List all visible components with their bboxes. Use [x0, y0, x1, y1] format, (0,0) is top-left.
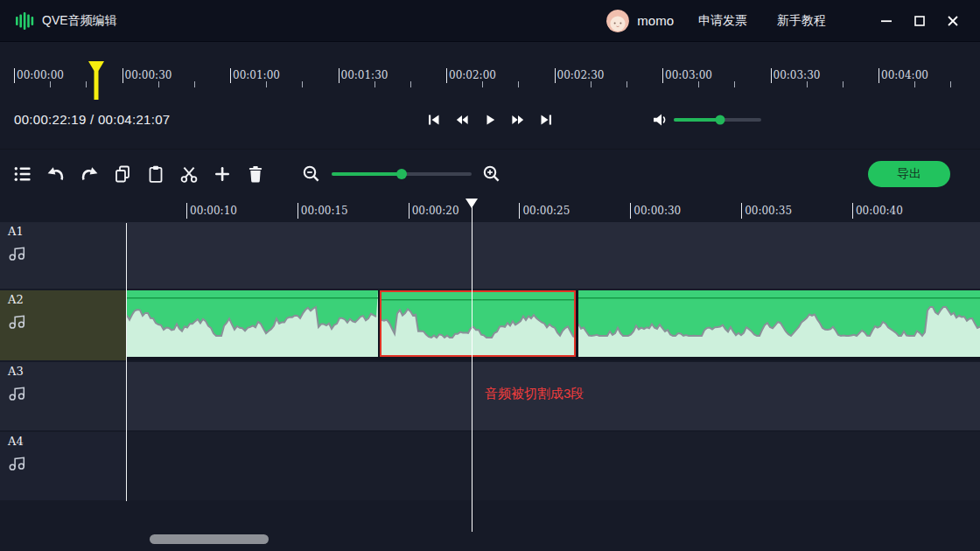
copy-icon[interactable]: [112, 164, 133, 185]
skip-end-button[interactable]: [539, 113, 553, 127]
app-title: QVE音频编辑: [42, 13, 117, 29]
ruler-tick: [662, 68, 663, 83]
ruler-minor-tick: [86, 81, 87, 87]
ruler-tick: [555, 68, 556, 83]
undo-icon[interactable]: [46, 164, 66, 185]
zoom-slider[interactable]: [332, 172, 472, 176]
track-ruler-tick: [741, 203, 742, 219]
track-row-a1: A1: [0, 222, 980, 289]
delete-icon[interactable]: [245, 164, 266, 185]
ruler-minor-tick: [194, 81, 195, 87]
track-row-a4: A4: [0, 432, 980, 500]
ruler-minor-tick: [266, 81, 267, 87]
skip-start-button[interactable]: [427, 113, 441, 127]
music-note-icon: [8, 453, 118, 476]
track-lane-a4[interactable]: [126, 432, 980, 500]
track-list-icon[interactable]: [12, 164, 33, 185]
ruler-tick: [14, 68, 15, 83]
track-label: A3: [8, 365, 118, 378]
ruler-tick: [771, 68, 772, 83]
ruler-tick: [230, 68, 231, 83]
audio-clip-segment-3[interactable]: [578, 290, 980, 357]
ruler-tick: [446, 68, 447, 83]
minimize-button[interactable]: [873, 8, 900, 34]
ruler-tick-label: 00:04:00: [881, 69, 928, 81]
track-ruler-tick: [298, 203, 298, 219]
horizontal-scrollbar[interactable]: [150, 534, 269, 544]
add-icon[interactable]: [212, 164, 233, 185]
time-display: 00:00:22:19 / 00:04:21:07: [14, 112, 171, 127]
ruler-tick-label: 00:01:30: [341, 69, 388, 81]
ruler-minor-tick: [50, 81, 51, 87]
paste-icon[interactable]: [145, 164, 166, 185]
track-area: A1 A2: [0, 222, 980, 500]
tutorial-menu-item[interactable]: 新手教程: [777, 13, 826, 29]
export-button[interactable]: 导出: [868, 161, 950, 187]
ruler-tick: [122, 68, 123, 83]
track-ruler-tick-label: 00:00:20: [412, 205, 459, 217]
ruler-minor-tick: [374, 81, 375, 87]
volume-slider-thumb[interactable]: [716, 115, 725, 125]
music-note-icon: [8, 383, 118, 406]
track-ruler-tick: [409, 203, 410, 219]
ruler-tick-label: 00:03:00: [665, 69, 712, 81]
rewind-button[interactable]: [455, 113, 469, 127]
timeline-position-marker[interactable]: [88, 61, 104, 103]
track-lane-a2[interactable]: [126, 290, 980, 360]
track-ruler-tick-label: 00:00:25: [522, 205, 570, 217]
ruler-minor-tick: [807, 81, 808, 87]
track-lane-a1[interactable]: [126, 222, 980, 289]
ruler-minor-tick: [734, 81, 735, 87]
ruler-tick-label: 00:02:30: [557, 69, 605, 81]
track-ruler-tick-label: 00:00:15: [301, 205, 348, 217]
user-avatar[interactable]: [606, 10, 629, 32]
ruler-minor-tick: [950, 81, 951, 87]
ruler-minor-tick: [410, 81, 411, 87]
username[interactable]: momo: [637, 13, 674, 28]
track-row-a3: A3 音频被切割成3段: [0, 362, 980, 430]
track-label: A2: [8, 293, 118, 306]
audio-clip-segment-1[interactable]: [127, 290, 378, 357]
main-timeline-section: 00:00:00 00:00:30 00:01:00 00:01:30 00:0…: [0, 42, 980, 150]
maximize-button[interactable]: [906, 8, 933, 34]
track-header-a4[interactable]: A4: [0, 432, 126, 500]
track-row-a2: A2: [0, 290, 980, 360]
zoom-control: [301, 164, 502, 185]
track-ruler-tick-label: 00:00:35: [745, 205, 792, 217]
redo-icon[interactable]: [79, 164, 100, 185]
volume-slider[interactable]: [674, 118, 761, 122]
ruler-tick-label: 00:00:00: [17, 69, 64, 81]
speaker-icon[interactable]: [653, 113, 668, 127]
ruler-tick-label: 00:02:00: [449, 69, 496, 81]
close-button[interactable]: [940, 8, 966, 34]
track-header-a2[interactable]: A2: [0, 290, 126, 360]
track-ruler-tick: [519, 203, 520, 219]
track-lane-a3[interactable]: 音频被切割成3段: [126, 362, 980, 430]
edit-toolbar: 导出: [0, 150, 980, 199]
ruler-minor-tick: [591, 81, 592, 87]
ruler-tick-label: 00:03:30: [774, 69, 821, 81]
fast-forward-button[interactable]: [511, 113, 525, 127]
ruler-minor-tick: [626, 81, 627, 87]
zoom-in-icon[interactable]: [481, 164, 502, 185]
track-ruler-tick: [186, 203, 187, 219]
track-label: A4: [8, 435, 118, 448]
track-ruler-tick-label: 00:00:40: [856, 205, 903, 217]
track-header-a3[interactable]: A3: [0, 362, 126, 430]
play-button[interactable]: [483, 113, 497, 127]
cut-annotation-text: 音频被切割成3段: [485, 386, 584, 402]
ruler-minor-tick: [914, 81, 915, 87]
track-header-a1[interactable]: A1: [0, 222, 126, 289]
zoom-slider-thumb[interactable]: [396, 169, 407, 179]
ruler-minor-tick: [698, 81, 699, 87]
cut-icon[interactable]: [178, 164, 200, 185]
audio-clip-segment-2[interactable]: [380, 290, 576, 357]
ruler-tick-label: 00:01:00: [233, 69, 280, 81]
track-timeline-ruler[interactable]: 00:00:10 00:00:15 00:00:20 00:00:25 00:0…: [0, 199, 980, 222]
invoice-menu-item[interactable]: 申请发票: [698, 13, 747, 29]
app-logo-waveform-icon: [14, 10, 35, 31]
total-time: 00:04:21:07: [98, 112, 171, 127]
qve-audio-editor-window: QVE音频编辑 momo 申请发票 新手教程 00:00:00: [0, 0, 980, 551]
track-ruler-tick-label: 00:00:30: [634, 205, 681, 217]
zoom-out-icon[interactable]: [301, 164, 322, 185]
